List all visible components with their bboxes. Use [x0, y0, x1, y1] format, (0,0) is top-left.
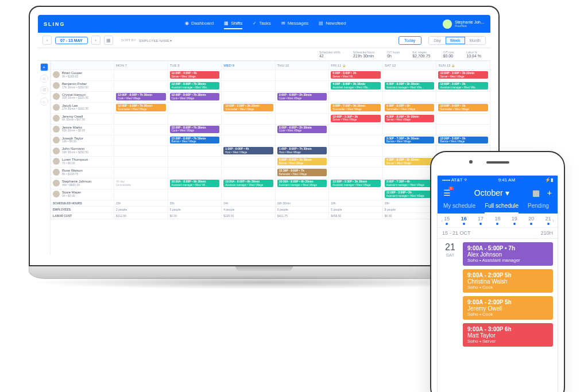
shift-cell[interactable]: 4:00P - 8:00P • 3h 30minAssistant manage…	[329, 80, 383, 91]
empty-cell[interactable]	[329, 91, 383, 102]
shift-cell[interactable]: 12:00P - 3:00P • 3h 30minServer • West V…	[436, 70, 490, 81]
shift-cell[interactable]: 12:00P - 3:30P • 3h 30minAssistant manag…	[329, 178, 383, 189]
empty-cell[interactable]	[222, 80, 276, 91]
shift-cell[interactable]: 10:00A - 8:00P • 9h 30minAssistant manag…	[275, 178, 329, 189]
shift-cell[interactable]: 10:00A - 8:00P • 9h 30minAssistant manag…	[222, 178, 276, 189]
tab-my-schedule[interactable]: My schedule	[443, 203, 475, 214]
shift-chip[interactable]: 3:00P - 7:30P • 4hAssistant manager • We…	[385, 180, 435, 187]
day-header[interactable]: FRI 11	[329, 61, 383, 70]
week-day[interactable]: 18	[494, 216, 500, 225]
empty-cell[interactable]	[222, 124, 276, 135]
empty-cell[interactable]	[222, 113, 276, 124]
shift-cell[interactable]: 4:30P - 8:00P • 3h 30minBusser • West Vi…	[382, 157, 436, 168]
shift-cell[interactable]: 1:30P - 6:00P • 4hHost • West Village	[222, 146, 276, 157]
empty-cell[interactable]	[382, 91, 436, 102]
empty-cell[interactable]	[114, 80, 168, 91]
day-header[interactable]: WED 9	[222, 61, 276, 70]
shift-chip[interactable]: 12:00P - 3:30P • 3h 30minAssistant manag…	[331, 180, 381, 187]
shift-cell[interactable]: 10:00A - 8:00P • 9h 30minAssistant manag…	[168, 178, 222, 189]
empty-cell[interactable]	[168, 113, 222, 124]
shift-chip[interactable]: 12:00P - 8:00P • 7h 30minAssistant manag…	[170, 82, 220, 90]
shift-chip[interactable]: 4:00P - 8:00P • 3h 30minAssistant manage…	[331, 82, 381, 90]
week-day[interactable]: 15	[444, 216, 450, 225]
shift-cell[interactable]: 12:00P - 8:00P • 7h 30minCook • West Vil…	[114, 91, 168, 102]
date-range[interactable]: 07 - 13 MAY	[55, 37, 88, 44]
empty-cell[interactable]	[436, 124, 490, 135]
nav-shifts[interactable]: ▦Shifts	[224, 18, 242, 29]
day-header[interactable]: SAT 12	[382, 61, 436, 70]
day-header[interactable]: THU 10	[275, 61, 329, 70]
empty-cell[interactable]	[168, 102, 222, 113]
employee-cell[interactable]: Jacob Lee17h 30min • $262.50	[51, 102, 114, 113]
shift-chip[interactable]: 3:30P - 7:30P • 3h 50minBarista • West V…	[385, 137, 435, 144]
empty-cell[interactable]	[329, 168, 383, 178]
user-menu[interactable]: Stephanie Joh… FloorRob	[443, 20, 485, 29]
empty-cell[interactable]	[222, 168, 276, 178]
shift-chip[interactable]: 12:30P - 8:00P • 7hBartender • West Vill…	[277, 169, 327, 176]
shift-chip[interactable]: 12:00P - 3:00P • 2hBarista • West Villag…	[438, 137, 488, 144]
add-shift-button[interactable]: +	[40, 63, 48, 71]
empty-cell[interactable]	[222, 70, 276, 81]
shift-chip[interactable]: 10:00A - 8:00P • 9h 30minAssistant manag…	[223, 180, 273, 187]
employee-cell[interactable]: Brian Cooper9h • $165.00	[51, 70, 114, 81]
shift-cell[interactable]: 6:00P - 8:00P • 2hServer • West Vill…	[329, 70, 383, 81]
shift-cell[interactable]: 12:00P - 8:00P • 7h 30minCook • West Vil…	[168, 91, 222, 102]
shift-cell[interactable]: 3:00P - 7:30P • 4hAssistant manager • We…	[382, 178, 436, 189]
shift-cell[interactable]: 12:00P - 8:00P • 7h 30minAssistant manag…	[168, 80, 222, 91]
week-day[interactable]: 17	[478, 216, 483, 225]
shift-cell[interactable]: 12:00P - 4:00P • 4hServer • West Village	[168, 70, 222, 81]
empty-cell[interactable]	[275, 113, 329, 124]
empty-cell[interactable]	[329, 124, 383, 135]
empty-cell[interactable]	[114, 113, 168, 124]
empty-cell[interactable]	[275, 135, 329, 146]
employee-cell[interactable]: Jessie Marks83h 30min • $0.00	[51, 124, 114, 135]
sort-value[interactable]: EMPLOYEE NAME ▾	[140, 38, 172, 42]
shift-chip[interactable]: 12:00P - 3:00P • 2hSommelier • West Vill…	[438, 104, 488, 111]
shift-chip[interactable]: 12:00P - 8:00P • 7h 30minCook • West Vil…	[116, 93, 166, 100]
add-button[interactable]: +	[547, 188, 552, 197]
shift-chip[interactable]: 12:00P - 8:00P • 7h 50minBarista • West …	[170, 137, 220, 144]
week-day[interactable]: 21	[546, 216, 551, 225]
empty-cell[interactable]	[114, 157, 168, 168]
employee-cell[interactable]: Jeremy Owell6h 30min • $97.50	[51, 113, 114, 124]
shift-chip[interactable]: 10:00A - 8:00P • 9h 30minAssistant manag…	[277, 180, 327, 187]
shift-cell[interactable]: 4:30P - 8:00P • 3hSommelier • West Villa…	[382, 102, 436, 113]
empty-cell[interactable]	[275, 102, 329, 113]
phone-shift-chip[interactable]: 9:00A - 3:00P 6hMatt TaylorSoho • Server	[463, 323, 553, 347]
shift-chip[interactable]: 1:00P - 8:00P • 7h 30minHost • West Vill…	[277, 147, 327, 154]
shift-chip[interactable]: 4:30P - 8:00P • 3h 30minBusser • West Vi…	[385, 158, 435, 165]
view-week[interactable]: Week	[446, 37, 465, 44]
tab-full-schedule[interactable]: Full schedule	[485, 203, 519, 214]
empty-cell[interactable]	[114, 70, 168, 81]
shift-chip[interactable]: 3:00P - 7:30P • 3h 30minSommelier • West…	[331, 104, 381, 111]
today-button[interactable]: Today	[399, 36, 422, 45]
shift-cell[interactable]: 12:00P - 3:00P • 2hSommelier • West Vill…	[436, 102, 490, 113]
shift-cell[interactable]: 3:00P - 7:30P • 3h 30minSommelier • West…	[329, 102, 383, 113]
day-header[interactable]: TUE 8	[168, 61, 222, 70]
calendar-picker-button[interactable]: ▦	[104, 36, 113, 45]
empty-cell[interactable]	[382, 124, 436, 135]
shift-chip[interactable]: 12:00P - 8:00P • 7h 30minSommelier • Wes…	[116, 104, 166, 111]
employee-cell[interactable]: Susie Mayer0h • $0.00	[51, 189, 114, 200]
shift-cell[interactable]: 12:00P - 3:30P • 3hServer • West Village	[329, 113, 383, 124]
week-day[interactable]: 19	[512, 216, 517, 225]
phone-shift-chip[interactable]: 9:00A - 2:00P 5hJeremy OwellSoho • Cook	[463, 296, 553, 320]
shift-cell[interactable]: 3:30P - 7:30P • 3h 50minBarista • West V…	[382, 135, 436, 146]
shift-cell[interactable]: 12:30P - 8:00P • 7hBartender • West Vill…	[275, 168, 329, 178]
phone-shift-chip[interactable]: 9:00A - 2:00P 5hChristina WalshSoho • Co…	[463, 269, 553, 293]
empty-cell[interactable]	[329, 189, 383, 200]
shift-chip[interactable]: 3:00P - 6:00P • 2h 30minCook • West Vill…	[277, 126, 327, 133]
shift-chip[interactable]: 10:00A - 8:00P • 9h 30minAssistant manag…	[170, 180, 220, 187]
shift-chip[interactable]: 1:30P - 6:00P • 4hHost • West Village	[223, 147, 273, 154]
empty-cell[interactable]	[436, 113, 490, 124]
empty-cell[interactable]	[168, 146, 222, 157]
schedule-grid[interactable]: MON 7TUE 8WED 9THU 10FRI 11SAT 12SUN 13B…	[51, 61, 490, 255]
shift-cell[interactable]: 4:30P - 8:00P • 3h 30minAssistant manage…	[382, 80, 436, 91]
empty-cell[interactable]	[168, 168, 222, 178]
shift-cell[interactable]: 12:00P - 8:00P • 7h 50minBarista • West …	[168, 135, 222, 146]
empty-cell[interactable]	[114, 168, 168, 178]
empty-cell[interactable]	[222, 91, 276, 102]
shift-chip[interactable]: 4:30P - 8:00P • 3h 30minAssistant manage…	[385, 82, 435, 90]
prev-week-button[interactable]: ‹	[42, 36, 52, 45]
view-month[interactable]: Month	[465, 37, 485, 44]
